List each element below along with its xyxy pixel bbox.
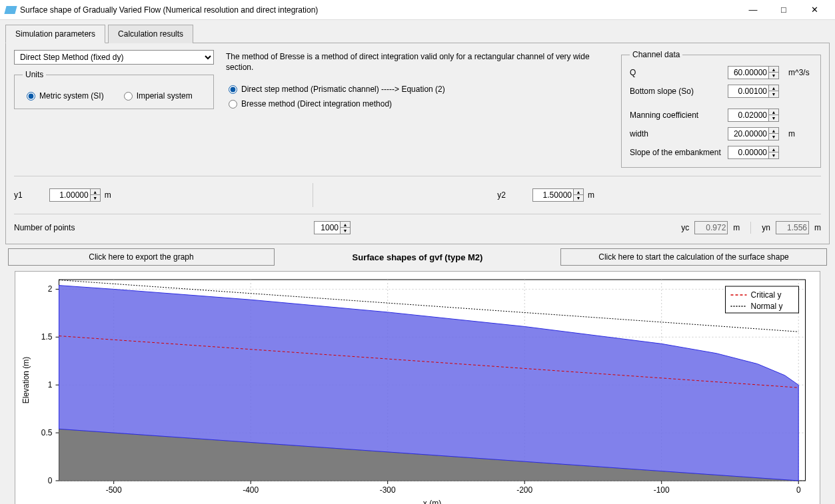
bresse-description: The method of Bresse is a method of dire… — [223, 50, 612, 77]
chart-svg: -500-400-300-200-100000.511.52x (m)Eleva… — [15, 272, 820, 504]
radio-imperial-input[interactable] — [124, 92, 133, 101]
yn-unit: m — [814, 223, 821, 232]
q-unit: m^3/s — [788, 68, 812, 77]
q-label: Q — [630, 68, 722, 77]
y1-stepper[interactable]: ▲▼ — [91, 188, 101, 202]
svg-text:1: 1 — [48, 380, 53, 389]
svg-text:Normal y: Normal y — [751, 302, 783, 311]
svg-text:-400: -400 — [243, 485, 259, 495]
sim-panel: Direct Step Method (fixed dy) Units Metr… — [5, 43, 830, 244]
channel-data-legend: Channel data — [630, 50, 682, 59]
width-input[interactable] — [728, 127, 769, 140]
yc-value — [694, 221, 728, 234]
svg-text:-500: -500 — [106, 485, 122, 495]
radio-imperial-label: Imperial system — [137, 91, 193, 101]
q-input[interactable] — [728, 66, 769, 79]
window-title: Surface shape of Gradually Varied Flow (… — [20, 5, 738, 15]
width-unit: m — [788, 129, 812, 138]
svg-text:0.5: 0.5 — [41, 428, 53, 437]
calculate-button[interactable]: Click here to start the calculation of t… — [560, 248, 827, 266]
so-input[interactable] — [728, 85, 769, 98]
so-stepper[interactable]: ▲▼ — [769, 85, 779, 98]
svg-text:1.5: 1.5 — [41, 332, 53, 342]
npoints-stepper[interactable]: ▲▼ — [341, 221, 351, 234]
yc-label: yc — [681, 223, 689, 232]
svg-text:Critical y: Critical y — [751, 290, 782, 300]
units-legend: Units — [23, 70, 46, 79]
channel-data-fieldset: Channel data Q ▲▼ m^3/s Bottom slope (So… — [621, 50, 821, 168]
app-icon — [4, 6, 17, 14]
y1-label: y1 — [14, 190, 23, 200]
emb-input[interactable] — [728, 146, 769, 159]
yn-value — [776, 221, 809, 234]
radio-metric-input[interactable] — [27, 92, 35, 101]
svg-text:0: 0 — [48, 476, 53, 485]
radio-metric-label: Metric system (SI) — [39, 91, 104, 101]
minimize-button[interactable]: — — [738, 0, 768, 20]
titlebar: Surface shape of Gradually Varied Flow (… — [0, 0, 835, 20]
yn-label: yn — [762, 223, 770, 232]
tab-simulation[interactable]: Simulation parameters — [5, 25, 105, 43]
svg-text:-100: -100 — [654, 485, 670, 495]
radio-bresse-input[interactable] — [229, 100, 237, 109]
emb-stepper[interactable]: ▲▼ — [769, 146, 779, 159]
npoints-input[interactable] — [314, 221, 341, 234]
radio-bresse-label: Bresse method (Direct integration method… — [241, 99, 392, 109]
maximize-button[interactable]: □ — [768, 0, 799, 20]
tab-results[interactable]: Calculation results — [108, 25, 193, 43]
main-content: Simulation parameters Calculation result… — [0, 20, 835, 504]
y2-stepper[interactable]: ▲▼ — [574, 188, 584, 202]
q-stepper[interactable]: ▲▼ — [769, 66, 779, 79]
svg-text:2: 2 — [48, 284, 53, 294]
y1-unit: m — [105, 190, 129, 200]
yc-unit: m — [733, 223, 740, 232]
chart-area: -500-400-300-200-100000.511.52x (m)Eleva… — [15, 271, 820, 504]
manning-stepper[interactable]: ▲▼ — [769, 109, 779, 122]
manning-input[interactable] — [728, 109, 769, 122]
radio-metric[interactable]: Metric system (SI) — [27, 91, 104, 101]
chart-title: Surface shapes of gvf (type M2) — [281, 252, 554, 262]
method-select[interactable]: Direct Step Method (fixed dy) — [14, 50, 214, 65]
svg-text:x (m): x (m) — [423, 499, 441, 504]
svg-text:0: 0 — [796, 485, 801, 495]
npoints-label: Number of points — [14, 223, 301, 232]
export-button[interactable]: Click here to export the graph — [8, 248, 275, 266]
tab-strip: Simulation parameters Calculation result… — [5, 25, 830, 43]
width-label: width — [630, 129, 722, 138]
radio-direct-step-input[interactable] — [229, 85, 237, 94]
radio-direct-step-label: Direct step method (Prismatic channel) -… — [241, 85, 445, 94]
svg-text:-200: -200 — [516, 485, 532, 495]
svg-text:-300: -300 — [380, 485, 396, 495]
manning-label: Manning coefficient — [630, 111, 722, 120]
y2-input[interactable] — [532, 188, 574, 202]
so-label: Bottom slope (So) — [630, 87, 722, 96]
units-fieldset: Units Metric system (SI) Imperial system — [14, 70, 214, 109]
radio-imperial[interactable]: Imperial system — [124, 91, 193, 101]
y2-unit: m — [588, 190, 612, 200]
y1-input[interactable] — [49, 188, 91, 202]
width-stepper[interactable]: ▲▼ — [769, 127, 779, 140]
svg-text:Elevation (m): Elevation (m) — [21, 357, 31, 404]
y2-label: y2 — [497, 190, 506, 200]
radio-bresse[interactable]: Bresse method (Direct integration method… — [229, 99, 612, 109]
radio-direct-step[interactable]: Direct step method (Prismatic channel) -… — [229, 85, 612, 94]
emb-label: Slope of the embankment — [630, 148, 722, 157]
close-button[interactable]: ✕ — [799, 0, 830, 20]
